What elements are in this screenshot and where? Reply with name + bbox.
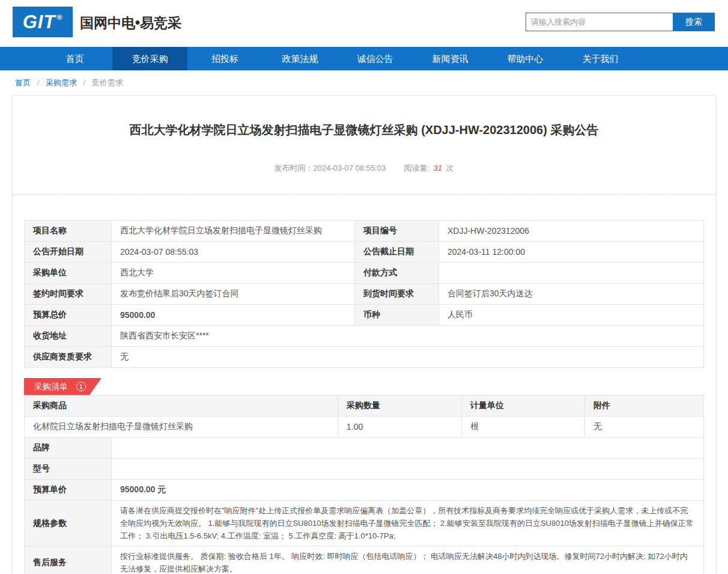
field-value: 人民币 — [439, 305, 704, 326]
field-label: 到货时间要求 — [355, 284, 439, 305]
field-label: 预算单价 — [25, 480, 112, 501]
search-button[interactable]: 搜索 — [673, 13, 715, 31]
table-header-row: 采购商品 采购数量 计量单位 附件 — [25, 395, 704, 417]
field-value: 合同签订后30天内送达 — [439, 284, 704, 305]
field-label: 品牌 — [25, 438, 112, 459]
publish-time-value: 2024-03-07 08:55:03 — [313, 163, 386, 173]
views-unit: 次 — [446, 163, 454, 173]
field-label: 项目名称 — [25, 221, 112, 242]
goods-name: 化材院日立场发射扫描电子显微镜灯丝采购 — [25, 417, 338, 438]
nav-item-policies[interactable]: 政策法规 — [262, 47, 338, 70]
field-label: 供应商资质要求 — [25, 347, 112, 368]
search-input[interactable] — [526, 13, 673, 31]
field-label: 公告截止日期 — [355, 242, 439, 263]
breadcrumb-purchase-demand[interactable]: 采购需求 — [46, 78, 77, 87]
field-value: 西北大学 — [112, 263, 355, 284]
notice-card: 西北大学化材学院日立场发射扫描电子显微镜灯丝采购 (XDJJ-HW-202312… — [12, 95, 716, 574]
table-row: 采购单位 西北大学 付款方式 — [25, 263, 704, 284]
nav-item-help-center[interactable]: 帮助中心 — [488, 47, 563, 70]
registered-mark: ® — [56, 13, 62, 22]
table-row: 预算单价 95000.00 元 — [25, 480, 704, 501]
goods-unit: 根 — [462, 417, 585, 438]
table-row: 品牌 — [25, 438, 704, 459]
budget-total-value: 95000.00 — [112, 305, 355, 326]
nav-item-tender[interactable]: 招投标 — [187, 47, 262, 70]
breadcrumb: 首页 / 采购需求 / 竞价需求 — [0, 70, 728, 95]
field-label: 预算总价 — [25, 305, 112, 326]
site-header: GIT® 国网中电•易竞采 搜索 — [0, 0, 728, 47]
column-header: 采购数量 — [338, 395, 462, 417]
table-row: 项目名称 西北大学化材学院日立场发射扫描电子显微镜灯丝采购 项目编号 XDJJ-… — [25, 221, 704, 242]
publish-time-label: 发布时间： — [274, 163, 313, 173]
site-logo[interactable]: GIT® — [13, 7, 73, 37]
field-value — [112, 438, 704, 459]
field-value: XDJJ-HW-202312006 — [439, 221, 704, 242]
breadcrumb-current: 竞价需求 — [92, 78, 123, 87]
field-label: 项目编号 — [355, 221, 439, 242]
nav-item-bidding-purchase[interactable]: 竞价采购 — [112, 47, 187, 70]
column-header: 采购商品 — [25, 395, 338, 417]
dashed-divider — [13, 194, 715, 195]
field-value — [112, 459, 704, 480]
table-row: 化材院日立场发射扫描电子显微镜灯丝采购 1.00 根 无 — [25, 417, 704, 438]
table-row: 预算总价 95000.00 币种 人民币 — [25, 305, 704, 326]
field-value: 2024-03-11 12:00:00 — [439, 242, 704, 263]
field-value: 陕西省西安市长安区**** — [112, 326, 704, 347]
table-row: 型号 — [25, 459, 704, 480]
field-value: 西北大学化材学院日立场发射扫描电子显微镜灯丝采购 — [112, 221, 355, 242]
goods-detail-table: 品牌 型号 预算单价 95000.00 元 规格参数 请各潜在供应商提交报价时在… — [24, 437, 704, 574]
column-header: 计量单位 — [462, 395, 585, 417]
field-value: 2024-03-07 08:55:03 — [112, 242, 355, 263]
field-label: 付款方式 — [355, 263, 439, 284]
notice-meta: 发布时间：2024-03-07 08:55:03阅读量: 31 次 — [13, 163, 715, 174]
goods-attachment: 无 — [585, 417, 704, 438]
views-label: 阅读量: — [404, 163, 429, 173]
table-row: 签约时间要求 发布竞价结果后30天内签订合同 到货时间要求 合同签订后30天内送… — [25, 284, 704, 305]
field-value: 发布竞价结果后30天内签订合同 — [112, 284, 355, 305]
logo-text: GIT — [23, 11, 56, 33]
purchase-list-label: 采购清单 — [34, 382, 68, 391]
field-label: 型号 — [25, 459, 112, 480]
field-label: 签约时间要求 — [25, 284, 112, 305]
purchase-list-badge: 采购清单 1 — [24, 378, 102, 395]
search-bar: 搜索 — [526, 13, 715, 31]
table-row: 收货地址 陕西省西安市长安区**** — [25, 326, 704, 347]
table-row: 公告开始日期 2024-03-07 08:55:03 公告截止日期 2024-0… — [25, 242, 704, 263]
table-row: 售后服务 按行业标准提供服务。 质保期: 验收合格后 1年。 响应时效: 即时响… — [25, 546, 704, 574]
breadcrumb-separator: / — [83, 78, 86, 87]
field-value — [439, 263, 704, 284]
field-label: 收货地址 — [25, 326, 112, 347]
site-title: 国网中电•易竞采 — [80, 14, 181, 32]
field-label: 币种 — [355, 305, 439, 326]
goods-quantity: 1.00 — [338, 417, 462, 438]
field-label: 采购单位 — [25, 263, 112, 284]
breadcrumb-home[interactable]: 首页 — [15, 78, 31, 87]
field-value: 无 — [112, 347, 704, 368]
budget-unit-price-value: 95000.00 元 — [112, 480, 704, 501]
table-row: 供应商资质要求 无 — [25, 347, 704, 368]
nav-item-integrity-notice[interactable]: 诚信公告 — [338, 47, 413, 70]
field-label: 公告开始日期 — [25, 242, 112, 263]
nav-item-news[interactable]: 新闻资讯 — [413, 47, 488, 70]
page-title: 西北大学化材学院日立场发射扫描电子显微镜灯丝采购 (XDJJ-HW-202312… — [49, 122, 679, 138]
field-label: 售后服务 — [25, 546, 112, 574]
after-sales-value: 按行业标准提供服务。 质保期: 验收合格后 1年。 响应时效: 即时响应（包括电… — [112, 546, 704, 574]
views-count: 31 — [433, 163, 441, 173]
nav-item-about-us[interactable]: 关于我们 — [563, 47, 638, 70]
nav-item-home[interactable]: 首页 — [37, 47, 112, 70]
table-row: 规格参数 请各潜在供应商提交报价时在"响应附件"处上传正式报价单及需求响应偏离表… — [25, 501, 704, 546]
field-label: 规格参数 — [25, 501, 112, 546]
column-header: 附件 — [585, 395, 704, 417]
goods-table: 采购商品 采购数量 计量单位 附件 化材院日立场发射扫描电子显微镜灯丝采购 1.… — [24, 395, 704, 438]
spec-params-value: 请各潜在供应商提交报价时在"响应附件"处上传正式报价单及需求响应偏离表（加盖公章… — [112, 501, 704, 546]
purchase-list-count: 1 — [76, 382, 86, 391]
breadcrumb-separator: / — [37, 78, 40, 87]
main-nav: 首页 竞价采购 招投标 政策法规 诚信公告 新闻资讯 帮助中心 关于我们 — [0, 47, 728, 70]
project-info-table: 项目名称 西北大学化材学院日立场发射扫描电子显微镜灯丝采购 项目编号 XDJJ-… — [24, 220, 704, 368]
